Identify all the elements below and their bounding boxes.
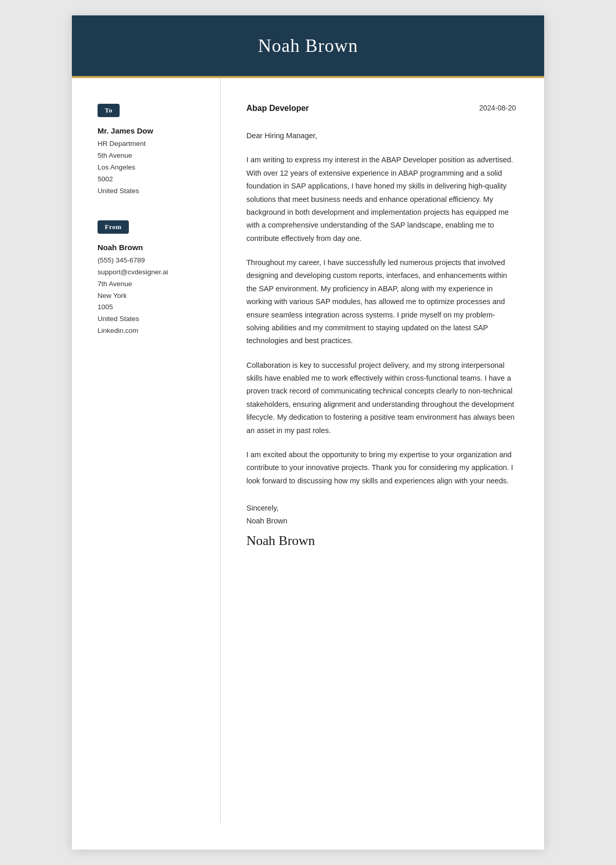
sender-email: support@cvdesigner.ai [98,268,168,276]
sender-website: Linkedin.com [98,327,139,334]
recipient-name: Mr. James Dow [98,126,202,135]
sender-name: Noah Brown [98,243,202,252]
closing-line2: Noah Brown [246,515,516,528]
sender-city: New York [98,292,127,299]
recipient-city: Los Angeles [98,163,136,171]
recipient-street: 5th Avenue [98,152,132,159]
closing-section: Sincerely, Noah Brown Noah Brown [246,502,516,549]
paragraph-4: I am excited about the opportunity to br… [246,448,516,487]
job-title: Abap Developer [246,104,309,113]
sender-street: 7th Avenue [98,280,132,288]
recipient-postal: 5002 [98,175,113,183]
recipient-details: HR Department 5th Avenue Los Angeles 500… [98,138,202,197]
sender-details: (555) 345-6789 support@cvdesigner.ai 7th… [98,255,202,337]
closing-line1: Sincerely, [246,502,516,515]
body-container: To Mr. James Dow HR Department 5th Avenu… [72,78,544,823]
sender-phone: (555) 345-6789 [98,256,145,264]
header: Noah Brown [72,15,544,76]
sidebar: To Mr. James Dow HR Department 5th Avenu… [72,78,221,823]
main-content: Abap Developer 2024-08-20 Dear Hiring Ma… [221,78,544,823]
page: Noah Brown To Mr. James Dow HR Departmen… [72,15,544,850]
sender-postal: 1005 [98,303,113,311]
from-badge: From [98,220,129,234]
recipient-department: HR Department [98,140,146,147]
to-badge: To [98,104,120,117]
paragraph-3: Collaboration is key to successful proje… [246,359,516,437]
salutation: Dear Hiring Manager, [246,129,516,142]
job-header: Abap Developer 2024-08-20 [246,104,516,113]
signature: Noah Brown [246,533,516,549]
letter-body: Dear Hiring Manager, I am writing to exp… [246,129,516,487]
to-section: To Mr. James Dow HR Department 5th Avenu… [98,104,202,197]
paragraph-1: I am writing to express my interest in t… [246,154,516,245]
header-name: Noah Brown [103,35,513,57]
sender-country: United States [98,315,139,323]
recipient-country: United States [98,187,139,195]
from-section: From Noah Brown (555) 345-6789 support@c… [98,220,202,337]
paragraph-2: Throughout my career, I have successfull… [246,256,516,348]
job-date: 2024-08-20 [479,104,516,112]
